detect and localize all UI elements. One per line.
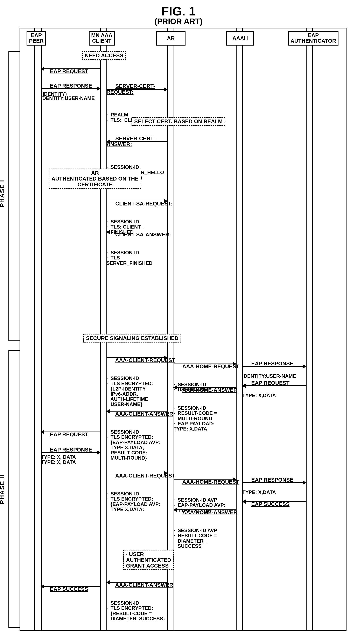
msg-client-sa-answer: CLIENT-SA-ANSWER: · SESSION-ID · TLS SER… [106, 226, 167, 277]
msg-eap-success-1: EAP SUCCESS [242, 496, 306, 518]
msg-eap-response-type-2: EAP RESPONSE TYPE: X, DATA [41, 442, 100, 482]
figure-title: FIG. 1 [7, 4, 350, 18]
actor-eap-peer: EAP PEER [26, 31, 46, 46]
actor-ar: AR [156, 31, 186, 46]
note-select-cert: SELECT CERT. BASED ON REALM [132, 117, 225, 126]
lifeline-eap-peer [34, 28, 42, 630]
msg-eap-response-identity: EAP RESPONSE IDENTITY:USER-NAME [41, 78, 100, 118]
note-secure-signaling: SECURE SIGNALING ESTABLISHED [83, 334, 181, 342]
phase-2-bracket: PHASE II [8, 350, 20, 628]
phase-1-label: PHASE I [0, 180, 5, 207]
figure-subtitle: (PRIOR ART) [7, 17, 350, 26]
msg-eap-request-type-1: EAP REQUEST TYPE: X,DATA [242, 375, 306, 415]
actor-mn-aaa-client: MN AAA CLIENT [89, 31, 115, 46]
msg-aaa-home-answer-2: AAA-HOME-ANSWER · SESSION-ID AVP · RESUL… [174, 504, 236, 560]
lifeline-aaah [236, 28, 243, 630]
sequence-diagram: PHASE I PHASE II EAP PEER MN AAA CLIENT … [19, 28, 347, 631]
msg-aaa-client-request-2: AAA-CLIENT-REQUEST · SESSION-ID · TLS EN… [106, 468, 167, 523]
note-need-access: NEED ACCESS [82, 51, 126, 60]
lifeline-mn-aaa-client [100, 28, 107, 630]
phase-2-label: PHASE II [0, 474, 5, 504]
msg-aaa-client-answer-2: AAA-CLIENT-ANSWER · SESSION-ID · TLS ENC… [106, 576, 167, 632]
note-user-authenticated: · USER AUTHENTICATED GRANT ACCESS [123, 550, 174, 570]
actor-aaah: AAAH [226, 31, 254, 46]
msg-aaa-home-answer-1: AAA-HOME-ANSWER · SESSION-ID · RESULT-CO… [174, 382, 236, 443]
lifeline-eap-authenticator [306, 28, 313, 630]
phase-1-bracket: PHASE I [8, 51, 20, 341]
msg-eap-success-2: EAP SUCCESS [41, 581, 100, 603]
msg-aaa-client-answer-1: AAA-CLIENT-ANSWER · SESSION-ID · TLS ENC… [106, 406, 167, 472]
actor-eap-authenticator: EAP AUTHENTICATOR [288, 31, 339, 46]
note-ar-authenticated: AR AUTHENTICATED BASED ON THE CERTIFICAT… [49, 168, 141, 189]
